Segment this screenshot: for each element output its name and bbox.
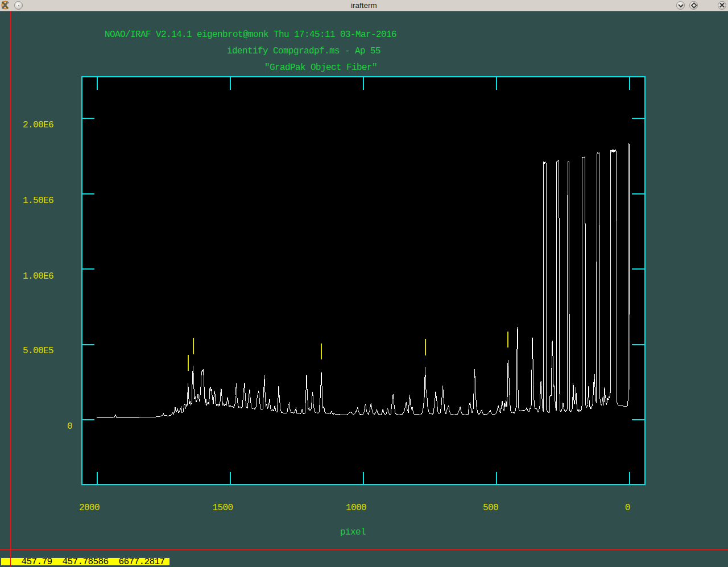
- svg-text:2.00E6: 2.00E6: [23, 120, 53, 130]
- svg-text:1.00E6: 1.00E6: [23, 271, 53, 282]
- svg-text:0: 0: [67, 421, 72, 432]
- svg-text:1.50E6: 1.50E6: [23, 196, 53, 206]
- svg-text:5.00E5: 5.00E5: [23, 346, 53, 356]
- svg-text:500: 500: [483, 503, 498, 513]
- svg-text:pixel: pixel: [340, 527, 366, 537]
- svg-text:2000: 2000: [79, 503, 100, 513]
- svg-text:0: 0: [625, 503, 630, 513]
- svg-text:identify Compgradpf.ms - Ap 55: identify Compgradpf.ms - Ap 55: [227, 46, 380, 56]
- svg-text:1500: 1500: [212, 503, 233, 513]
- svg-text:457.79 457.78586 6677.2817: 457.79 457.78586 6677.2817: [22, 557, 165, 567]
- svg-text:1000: 1000: [346, 503, 366, 513]
- svg-text:"GradPak Object Fiber": "GradPak Object Fiber": [264, 63, 377, 73]
- svg-text:NOAO/IRAF V2.14.1 eigenbrot@mo: NOAO/IRAF V2.14.1 eigenbrot@monk Thu 17:…: [105, 30, 396, 40]
